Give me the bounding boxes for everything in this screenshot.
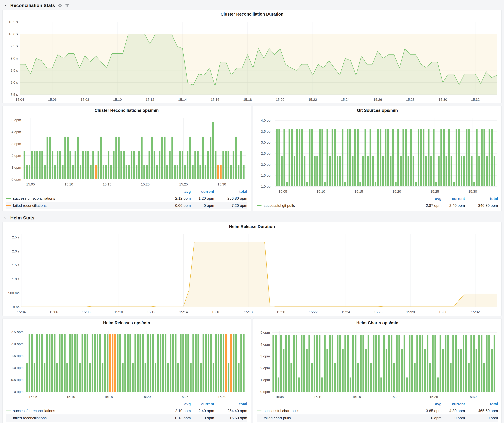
legend-col-total[interactable]: total (465, 197, 498, 201)
legend-label[interactable]: successful reconciliations (13, 409, 167, 413)
svg-text:15:24: 15:24 (342, 310, 350, 314)
svg-text:15:32: 15:32 (471, 98, 480, 101)
legend-col-avg[interactable]: avg (167, 402, 191, 406)
legend-col-current[interactable]: current (442, 402, 465, 406)
section-title: Reconciliation Stats (10, 3, 55, 8)
panel-title[interactable]: Helm Release Duration (3, 222, 501, 231)
svg-text:15:04: 15:04 (17, 310, 25, 314)
svg-text:15:15: 15:15 (354, 189, 363, 194)
legend-label[interactable]: failed chart pulls (264, 416, 418, 420)
legend-current-value: 4.80 opm (442, 409, 465, 413)
svg-text:1 opm: 1 opm (260, 378, 270, 382)
section-header-reconciliation-stats[interactable]: Reconciliation Stats (2, 1, 502, 10)
helm-charts-opm-chart[interactable]: 0 opm1 opm2 opm3 opm4 opm5 opm15:0515:10… (253, 327, 501, 400)
svg-text:15:05: 15:05 (275, 395, 284, 399)
svg-text:15:15: 15:15 (103, 182, 111, 186)
series-swatch-green (257, 411, 262, 411)
cluster-reconciliation-duration-chart[interactable]: 7.5 s8.0 s8.5 s9.0 s9.5 s10.0 s10.5 s15:… (3, 18, 501, 103)
legend-col-current[interactable]: current (191, 189, 214, 194)
legend-label[interactable]: failed reconciliations (13, 416, 167, 420)
legend-row-successful-reconciliations: successful reconciliations 2.12 opm 1.20… (6, 195, 247, 202)
svg-text:1.0 opm: 1.0 opm (261, 185, 274, 188)
svg-text:15:10: 15:10 (66, 395, 75, 399)
legend-total-value: 0 opm (465, 416, 498, 420)
svg-text:15:26: 15:26 (373, 98, 382, 101)
svg-text:1.0 s: 1.0 s (12, 277, 19, 281)
section-title: Helm Stats (10, 215, 35, 221)
svg-text:7.5 s: 7.5 s (11, 93, 18, 97)
series-swatch-green (6, 411, 11, 411)
gear-icon[interactable] (58, 3, 62, 8)
legend-col-avg[interactable]: avg (418, 402, 442, 406)
svg-text:15:30: 15:30 (439, 310, 447, 314)
panel-helm-charts-opm: Helm Charts ops/min 0 opm1 opm2 opm3 opm… (253, 318, 502, 423)
svg-text:15:14: 15:14 (178, 98, 187, 101)
helm-releases-opm-chart[interactable]: 0 opm0.5 opm1.0 opm1.5 opm2.0 opm2.5 opm… (3, 327, 251, 400)
panel-cluster-reconciliations-opm: Cluster Reconciliations ops/min 0 opm1 o… (2, 106, 251, 211)
legend-avg-value: 2.87 opm (418, 203, 442, 208)
svg-text:15:20: 15:20 (391, 395, 399, 399)
legend-label[interactable]: successful reconciliations (13, 196, 167, 201)
legend-header: avg current total (6, 188, 247, 195)
panel-title[interactable]: Helm Charts ops/min (253, 318, 501, 327)
panel-git-sources-opm: Git Sources ops/min 1.0 opm1.5 opm2.0 op… (253, 106, 502, 211)
legend-current-value: 0 opm (191, 203, 214, 208)
svg-text:15:20: 15:20 (276, 98, 284, 101)
trash-icon[interactable] (65, 3, 69, 8)
legend-col-total[interactable]: total (214, 189, 247, 194)
svg-text:15:26: 15:26 (374, 310, 383, 314)
legend-label[interactable]: failed reconciliations (13, 203, 167, 208)
panel-row-reconciliation: Cluster Reconciliations ops/min 0 opm1 o… (2, 106, 502, 211)
legend-col-avg[interactable]: avg (418, 197, 442, 201)
svg-text:15:08: 15:08 (82, 310, 90, 314)
legend-total-value: 256.80 opm (214, 196, 247, 201)
section-header-helm-stats[interactable]: Helm Stats (2, 214, 502, 222)
svg-text:15:18: 15:18 (243, 98, 252, 101)
svg-text:3.0 opm: 3.0 opm (261, 141, 274, 144)
svg-text:2 opm: 2 opm (12, 154, 21, 158)
chevron-down-icon (3, 3, 7, 7)
legend-label[interactable]: successful chart pulls (264, 409, 418, 413)
helm-release-duration-chart[interactable]: 0 ns500 ms1.0 s1.5 s2.0 s2.5 s15:0415:06… (3, 231, 501, 316)
svg-text:15:30: 15:30 (468, 395, 477, 399)
cluster-reconciliations-opm-chart[interactable]: 0 opm1 opm2 opm3 opm4 opm5 opm15:0515:10… (3, 115, 251, 188)
svg-text:8.0 s: 8.0 s (11, 81, 18, 84)
legend-row-successful-reconciliations: successful reconciliations 2.10 opm 2.40… (6, 407, 247, 414)
legend-total-value: 346.80 opm (465, 203, 498, 208)
svg-text:0.5 opm: 0.5 opm (11, 378, 24, 382)
trash-icon-glyph (65, 3, 69, 8)
svg-text:10.5 s: 10.5 s (9, 20, 18, 24)
svg-text:1.0 opm: 1.0 opm (11, 366, 24, 370)
svg-text:15:25: 15:25 (179, 182, 188, 186)
legend-label[interactable]: successful git pulls (264, 203, 418, 208)
git-sources-opm-chart[interactable]: 1.0 opm1.5 opm2.0 opm2.5 opm3.0 opm3.5 o… (253, 115, 501, 195)
svg-text:15:16: 15:16 (212, 310, 220, 314)
series-swatch-green (6, 198, 11, 199)
chevron-down-icon (3, 216, 7, 220)
svg-text:15:05: 15:05 (26, 182, 35, 186)
panel-title[interactable]: Helm Releases ops/min (3, 318, 251, 327)
svg-text:2.0 s: 2.0 s (12, 249, 19, 253)
panel-title[interactable]: Cluster Reconciliation Duration (3, 10, 501, 18)
legend-current-value: 1.20 opm (191, 196, 214, 201)
svg-text:15:20: 15:20 (276, 310, 285, 314)
legend-col-avg[interactable]: avg (167, 189, 191, 194)
legend-col-total[interactable]: total (465, 402, 498, 406)
legend-current-value: 0 opm (442, 416, 465, 420)
svg-text:15:25: 15:25 (430, 395, 438, 399)
panel-row-helm: Helm Releases ops/min 0 opm0.5 opm1.0 op… (2, 318, 502, 423)
series-swatch-orange (257, 418, 262, 418)
legend-col-total[interactable]: total (214, 402, 247, 406)
svg-text:0 opm: 0 opm (14, 390, 24, 394)
panel-helm-release-duration: Helm Release Duration 0 ns500 ms1.0 s1.5… (2, 222, 502, 316)
svg-text:15:30: 15:30 (438, 98, 447, 101)
svg-text:15:20: 15:20 (392, 189, 401, 194)
legend-row-successful-chart-pulls: successful chart pulls 3.85 opm 4.80 opm… (257, 407, 498, 414)
legend-header: avg current total (257, 195, 498, 202)
legend-col-current[interactable]: current (442, 197, 465, 201)
legend-row-failed-reconciliations: failed reconciliations 0.06 opm 0 opm 7.… (6, 202, 247, 209)
panel-title[interactable]: Cluster Reconciliations ops/min (3, 106, 251, 115)
legend-col-current[interactable]: current (191, 402, 214, 406)
panel-title[interactable]: Git Sources ops/min (253, 106, 501, 115)
svg-text:15:10: 15:10 (114, 310, 123, 314)
